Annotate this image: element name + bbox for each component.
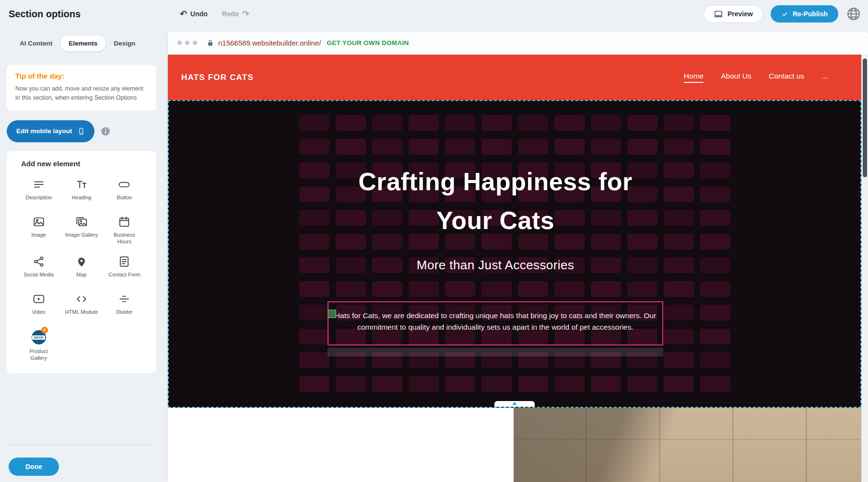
- republish-button[interactable]: Re-Publish: [771, 5, 838, 23]
- page-scrollbar[interactable]: [861, 55, 868, 482]
- site-logo: HATS FOR CATS: [181, 73, 254, 82]
- divider-icon: [118, 293, 130, 305]
- add-element-card: Add new element Description Heading Butt…: [7, 151, 156, 373]
- code-icon: [75, 293, 88, 305]
- get-domain-link[interactable]: GET YOUR OWN DOMAIN: [327, 39, 409, 46]
- add-element-heading[interactable]: Heading: [60, 172, 103, 210]
- page-title: Section options: [9, 9, 81, 20]
- contact-form-icon: [118, 255, 130, 268]
- window-dot-icon: [185, 41, 189, 45]
- product-gallery-icon: SHOP: [32, 330, 46, 344]
- topbar-actions: Preview Re-Publish: [704, 5, 863, 23]
- hero-content: Crafting Happiness for Your Cats More th…: [169, 101, 860, 407]
- plus-badge-icon: [41, 327, 48, 333]
- resize-handle-left[interactable]: [328, 310, 336, 318]
- next-section[interactable]: [168, 408, 861, 482]
- redo-label: Redo: [222, 10, 239, 18]
- edit-mobile-layout-button[interactable]: Edit mobile layout: [7, 120, 94, 142]
- hero-section-selected[interactable]: Crafting Happiness for Your Cats More th…: [168, 100, 861, 408]
- history-controls: ↶ Undo Redo ↷: [180, 10, 249, 18]
- redo-button[interactable]: Redo ↷: [222, 10, 249, 18]
- hero-body-text: Hats for Cats, we are dedicated to craft…: [334, 310, 657, 333]
- add-element-social-media[interactable]: Social Media: [17, 250, 60, 287]
- map-pin-icon: [75, 255, 88, 268]
- video-icon: [33, 293, 45, 305]
- add-element-button[interactable]: Button: [103, 172, 146, 210]
- monitor-icon: [714, 10, 723, 18]
- add-element-image[interactable]: Image: [17, 210, 60, 250]
- site-header: HATS FOR CATS Home About Us Contact us .…: [168, 55, 861, 100]
- element-ghost-bar: [328, 348, 663, 356]
- nav-home[interactable]: Home: [684, 72, 704, 83]
- undo-label: Undo: [190, 10, 208, 18]
- mobile-layout-info-button[interactable]: [100, 126, 111, 137]
- description-icon: [33, 178, 45, 191]
- info-icon: [100, 126, 111, 137]
- phone-icon: [78, 126, 85, 137]
- window-dot-icon: [177, 41, 182, 45]
- add-element-title: Add new element: [21, 160, 156, 168]
- add-element-divider[interactable]: Divider: [103, 287, 146, 324]
- top-bar: Section options ↶ Undo Redo ↷ Preview Re…: [0, 0, 868, 28]
- undo-button[interactable]: ↶ Undo: [180, 10, 208, 18]
- globe-icon: [846, 6, 863, 22]
- tab-design[interactable]: Design: [106, 35, 143, 51]
- hero-subheading[interactable]: More than Just Accessories: [417, 258, 574, 273]
- arrow-up-icon: [512, 402, 517, 405]
- mobile-layout-row: Edit mobile layout: [7, 120, 163, 142]
- sidebar-tabs: AI Content Elements Design: [12, 35, 163, 51]
- nav-contact-us[interactable]: Contact us: [769, 72, 804, 83]
- lock-icon: [207, 39, 214, 47]
- business-hours-icon: [118, 216, 130, 228]
- edit-mobile-label: Edit mobile layout: [16, 127, 72, 135]
- heading-icon: [75, 178, 88, 191]
- selected-text-element[interactable]: Hats for Cats, we are dedicated to craft…: [328, 301, 663, 345]
- tab-elements[interactable]: Elements: [60, 35, 106, 51]
- undo-icon: ↶: [180, 10, 187, 18]
- check-icon: [781, 11, 788, 17]
- button-icon: [118, 178, 130, 191]
- tip-body: Now you can add, move and resize any ele…: [15, 84, 148, 103]
- sidebar: AI Content Elements Design Tip of the da…: [0, 28, 163, 482]
- browser-bar: n1566589.websitebuilder.online/ GET YOUR…: [168, 32, 868, 55]
- add-element-description[interactable]: Description: [17, 172, 60, 210]
- add-element-business-hours[interactable]: Business Hours: [103, 210, 146, 250]
- image-icon: [33, 216, 45, 228]
- republish-label: Re-Publish: [793, 10, 828, 18]
- pavement-photo: [514, 408, 861, 482]
- redo-icon: ↷: [242, 10, 249, 18]
- window-controls: [177, 41, 197, 45]
- site-nav: Home About Us Contact us ...: [684, 72, 828, 83]
- add-element-map[interactable]: Map: [60, 250, 103, 287]
- social-media-icon: [33, 255, 45, 268]
- sidebar-divider: [7, 445, 150, 445]
- nav-about-us[interactable]: About Us: [721, 72, 751, 83]
- image-gallery-icon: [75, 216, 88, 228]
- section-resize-handle[interactable]: [494, 401, 535, 408]
- window-dot-icon: [193, 41, 197, 45]
- tab-ai-content[interactable]: AI Content: [12, 35, 60, 51]
- site-url: n1566589.websitebuilder.online/: [218, 39, 321, 47]
- add-element-image-gallery[interactable]: Image Gallery: [60, 210, 103, 250]
- add-element-video[interactable]: Video: [17, 287, 60, 324]
- hero-heading[interactable]: Crafting Happiness for Your Cats: [358, 162, 633, 240]
- add-element-html-module[interactable]: HTML Module: [60, 287, 103, 324]
- nav-more[interactable]: ...: [821, 72, 828, 83]
- preview-label: Preview: [727, 10, 753, 18]
- preview-button[interactable]: Preview: [704, 5, 763, 23]
- add-element-product-gallery[interactable]: SHOP Product Gallery: [17, 324, 60, 367]
- tip-of-the-day-card: Tip of the day: Now you can add, move an…: [7, 65, 156, 111]
- site-preview-window: n1566589.websitebuilder.online/ GET YOUR…: [168, 32, 868, 482]
- done-button[interactable]: Done: [9, 458, 59, 476]
- add-element-contact-form[interactable]: Contact Form: [103, 250, 146, 287]
- scrollbar-thumb[interactable]: [863, 58, 867, 177]
- tip-title: Tip of the day:: [15, 72, 148, 80]
- site-content: HATS FOR CATS Home About Us Contact us .…: [168, 55, 861, 482]
- language-globe-button[interactable]: [846, 5, 863, 23]
- element-grid: Description Heading Button Image: [7, 172, 156, 367]
